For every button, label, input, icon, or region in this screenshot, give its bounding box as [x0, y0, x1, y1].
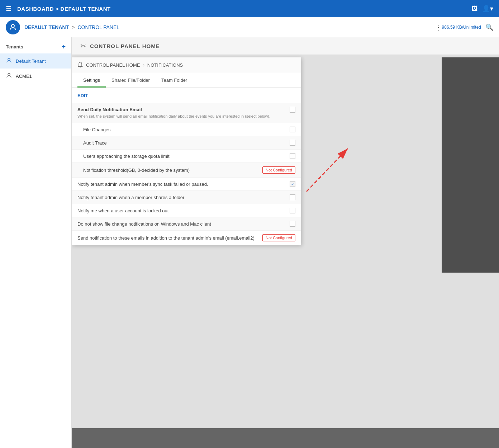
setting-extra-emails: Send notification to these emails in add…: [72, 231, 301, 245]
tab-settings[interactable]: Settings: [77, 73, 106, 88]
storage-info: 986.59 KB/Unlimited: [442, 25, 481, 30]
cp-title: CONTROL PANEL HOME: [90, 43, 160, 49]
tab-team-folder[interactable]: Team Folder: [156, 73, 193, 88]
file-changes-checkbox[interactable]: [290, 127, 295, 132]
hamburger-icon[interactable]: ☰: [6, 5, 11, 13]
header-icons: 🖼 👤▾: [471, 5, 493, 13]
setting-no-file-notif: Do not show file change notifications on…: [72, 217, 301, 231]
audit-trace-checkbox[interactable]: [290, 140, 295, 146]
daily-email-label: Send Daily Notification Email: [77, 107, 290, 112]
notif-threshold-not-configured[interactable]: Not Configured: [262, 166, 295, 174]
locked-out-label: Notify me when a user account is locked …: [77, 208, 290, 213]
svg-point-0: [11, 24, 14, 27]
top-header: ☰ DASHBOARD > DEFAULT TENANT 🖼 👤▾: [0, 0, 499, 17]
sync-fail-checkbox[interactable]: [290, 181, 295, 187]
header-title: DASHBOARD > DEFAULT TENANT: [17, 6, 471, 12]
setting-share-folder: Notify tenant admin when a member shares…: [72, 191, 301, 204]
bell-icon: [77, 62, 83, 69]
file-changes-label: File Changes: [83, 127, 290, 132]
gallery-icon[interactable]: 🖼: [471, 5, 478, 13]
tenant-icon: [6, 57, 12, 65]
edit-button[interactable]: EDIT: [77, 93, 88, 98]
fp-breadcrumb: CONTROL PANEL HOME › NOTIFICATIONS: [72, 57, 301, 73]
dark-overlay-right: [442, 57, 499, 273]
tenants-label: Tenants: [6, 44, 23, 49]
setting-audit-trace: Audit Trace: [72, 136, 301, 150]
breadcrumb-panel[interactable]: CONTROL PANEL: [77, 24, 119, 30]
breadcrumb: DEFAULT TENANT > CONTROL PANEL: [24, 24, 432, 30]
fp-breadcrumb-home[interactable]: CONTROL PANEL HOME: [86, 62, 140, 68]
floating-panel: CONTROL PANEL HOME › NOTIFICATIONS Setti…: [72, 57, 301, 245]
sidebar-item-label: Default Tenant: [16, 58, 46, 64]
wrench-icon: ✂: [80, 42, 86, 50]
tenants-header: Tenants +: [0, 40, 71, 53]
dark-overlay-bottom: [72, 428, 499, 448]
tenant-icon-2: [6, 72, 12, 80]
fp-breadcrumb-sep: ›: [143, 62, 144, 68]
search-icon[interactable]: 🔍: [485, 23, 493, 31]
share-folder-label: Notify tenant admin when a member shares…: [77, 195, 290, 200]
breadcrumb-tenant[interactable]: DEFAULT TENANT: [24, 24, 69, 30]
sidebar-item-default-tenant[interactable]: Default Tenant: [0, 53, 71, 69]
svg-line-20: [306, 148, 348, 192]
tenant-avatar: [6, 20, 20, 34]
share-folder-checkbox[interactable]: [290, 194, 295, 200]
daily-email-desc: When set, the system will send an email …: [77, 114, 290, 119]
sidebar: Tenants + Default Tenant ACME1: [0, 37, 72, 448]
no-file-notif-checkbox[interactable]: [290, 221, 295, 227]
sidebar-item-acme1[interactable]: ACME1: [0, 69, 71, 84]
locked-out-checkbox[interactable]: [290, 208, 295, 213]
setting-file-changes: File Changes: [72, 123, 301, 136]
cp-banner: ✂ CONTROL PANEL HOME: [72, 37, 499, 55]
setting-daily-email: Send Daily Notification Email When set, …: [72, 103, 301, 123]
tab-shared-file[interactable]: Shared File/Folder: [106, 73, 156, 88]
setting-sync-fail: Notify tenant admin when member's sync t…: [72, 178, 301, 191]
setting-storage-quota: Users approaching the storage quota limi…: [72, 150, 301, 163]
sidebar-item-label-2: ACME1: [16, 74, 32, 79]
extra-emails-label: Send notification to these emails in add…: [77, 235, 262, 241]
audit-trace-label: Audit Trace: [83, 140, 290, 146]
fp-actions: EDIT: [72, 88, 301, 103]
add-tenant-icon[interactable]: +: [62, 43, 66, 51]
sub-header: DEFAULT TENANT > CONTROL PANEL ⋮ 986.59 …: [0, 17, 499, 37]
extra-emails-not-configured[interactable]: Not Configured: [262, 234, 295, 241]
fp-tabs: Settings Shared File/Folder Team Folder: [72, 73, 301, 88]
daily-email-checkbox[interactable]: [290, 107, 295, 113]
svg-point-2: [8, 73, 10, 75]
storage-quota-label: Users approaching the storage quota limi…: [83, 154, 290, 159]
main-layout: Tenants + Default Tenant ACME1: [0, 37, 499, 448]
more-options-icon[interactable]: ⋮: [435, 23, 442, 32]
breadcrumb-sep: >: [72, 24, 75, 30]
setting-notif-threshold: Notification threshold(GB, 0-decided by …: [72, 163, 301, 178]
svg-point-1: [8, 58, 10, 60]
user-icon[interactable]: 👤▾: [482, 5, 493, 13]
fp-breadcrumb-current: NOTIFICATIONS: [147, 62, 183, 68]
content-area: ✂ CONTROL PANEL HOME Notifications: [72, 37, 499, 448]
setting-locked-out: Notify me when a user account is locked …: [72, 204, 301, 217]
notif-threshold-label: Notification threshold(GB, 0-decided by …: [83, 168, 262, 173]
sync-fail-label: Notify tenant admin when member's sync t…: [77, 181, 290, 187]
no-file-notif-label: Do not show file change notifications on…: [77, 221, 290, 227]
storage-quota-checkbox[interactable]: [290, 153, 295, 159]
